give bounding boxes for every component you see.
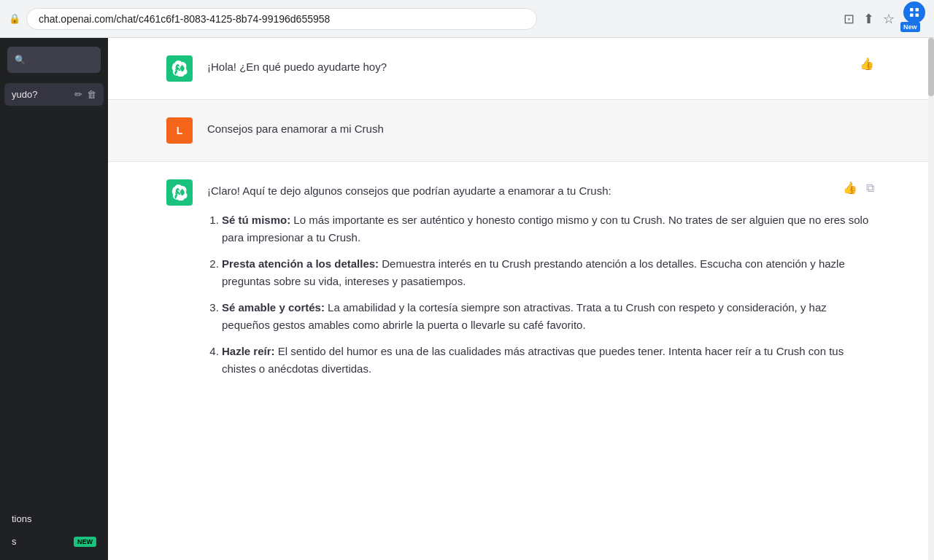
chat-main: ¡Hola! ¿En qué puedo ayudarte hoy? 👍 L C… (108, 38, 934, 560)
svg-rect-1 (916, 8, 919, 12)
list-item-2: Presta atención a los detalles: Demuestr… (222, 255, 876, 290)
sidebar-bottom-label-2: s (12, 536, 17, 547)
svg-rect-3 (916, 13, 919, 17)
sidebar-active-chat[interactable]: yudo? ✏ 🗑 (4, 83, 104, 106)
thumbsup-button-1[interactable]: 👍 (858, 55, 876, 72)
scrollbar-track (928, 38, 934, 560)
browser-chrome: 🔒 chat.openai.com/chat/c461c6f1-8083-412… (0, 0, 934, 38)
sidebar-bottom: tions s NEW (0, 500, 108, 560)
list-item-1-title: Sé tú mismo: (222, 214, 290, 226)
list-item-2-title: Presta atención a los detalles: (222, 257, 379, 270)
screenshot-icon[interactable]: ⊡ (844, 11, 854, 27)
message-text-2: Consejos para enamorar a mi Crush (207, 117, 876, 138)
message-block-2: L Consejos para enamorar a mi Crush (108, 100, 934, 162)
url-bar[interactable]: chat.openai.com/chat/c461c6f1-8083-4125-… (26, 8, 537, 30)
browser-actions: ⊡ ⬆ ☆ New (844, 1, 925, 36)
star-icon[interactable]: ☆ (883, 11, 895, 27)
chat-messages: ¡Hola! ¿En qué puedo ayudarte hoy? 👍 L C… (108, 38, 934, 560)
sidebar-bottom-item-1[interactable]: tions (4, 508, 104, 530)
list-item-3-title: Sé amable y cortés: (222, 301, 325, 314)
scrollbar-thumb[interactable] (928, 38, 934, 96)
sidebar-search[interactable]: 🔍 (7, 47, 101, 73)
thumbsup-button-3[interactable]: 👍 (841, 179, 859, 196)
avatar-gpt-3 (166, 179, 193, 206)
profile-area: New (903, 1, 925, 36)
list-item-1-body: Lo más importante es ser auténtico y hon… (222, 214, 868, 244)
profile-button[interactable] (903, 1, 925, 23)
copy-button-3[interactable]: ⧉ (865, 179, 876, 196)
sidebar-chat-label: yudo? (12, 89, 74, 100)
message-actions-3: 👍 ⧉ (841, 179, 876, 196)
avatar-user-2: L (166, 117, 193, 144)
share-icon[interactable]: ⬆ (863, 11, 874, 27)
sidebar-bottom-label-1: tions (12, 513, 31, 524)
app-layout: 🔍 yudo? ✏ 🗑 tions s NEW (0, 38, 934, 560)
svg-rect-2 (910, 13, 914, 17)
new-badge: New (900, 22, 920, 32)
message-text-content-1: ¡Hola! ¿En qué puedo ayudarte hoy? (207, 61, 387, 73)
svg-rect-0 (910, 8, 914, 12)
list-item-3: Sé amable y cortés: La amabilidad y la c… (222, 299, 876, 334)
sidebar-new-badge: NEW (74, 537, 96, 547)
lock-icon: 🔒 (9, 13, 20, 24)
list-item-4: Hazle reír: El sentido del humor es una … (222, 343, 876, 378)
message-block-1: ¡Hola! ¿En qué puedo ayudarte hoy? 👍 (108, 38, 934, 100)
list-item-1: Sé tú mismo: Lo más importante es ser au… (222, 211, 876, 246)
trash-icon[interactable]: 🗑 (87, 89, 96, 100)
edit-icon[interactable]: ✏ (74, 89, 82, 100)
list-item-4-title: Hazle reír: (222, 345, 275, 357)
message-text-content-2: Consejos para enamorar a mi Crush (207, 122, 384, 135)
sidebar: 🔍 yudo? ✏ 🗑 tions s NEW (0, 38, 108, 560)
message-text-3: ¡Claro! Aquí te dejo algunos consejos qu… (207, 179, 876, 386)
message-block-3: ¡Claro! Aquí te dejo algunos consejos qu… (108, 162, 934, 404)
avatar-gpt-1 (166, 55, 193, 82)
sidebar-bottom-item-2[interactable]: s NEW (4, 530, 104, 553)
list-item-4-body: El sentido del humor es una de las cuali… (222, 345, 844, 375)
message-actions-1: 👍 (858, 55, 876, 72)
message-text-1: ¡Hola! ¿En qué puedo ayudarte hoy? (207, 55, 876, 76)
message-list-3: Sé tú mismo: Lo más importante es ser au… (207, 211, 876, 378)
message-intro-3: ¡Claro! Aquí te dejo algunos consejos qu… (207, 182, 876, 200)
sidebar-item-actions: ✏ 🗑 (74, 89, 96, 100)
